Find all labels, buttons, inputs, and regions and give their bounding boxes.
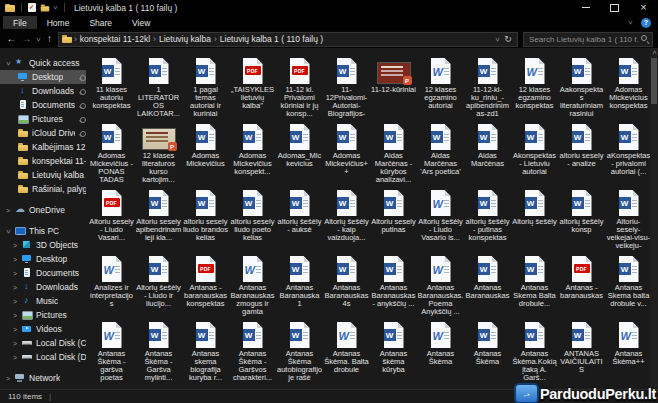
file-item[interactable]: Altoriu sesely - Liudo Vasari...: [88, 186, 135, 252]
breadcrumb-segment[interactable]: Lietuvių kalba 1 ( 110 failų ): [217, 34, 326, 44]
file-item[interactable]: „TAISYKLĖS lietuvių kalba": [229, 54, 276, 120]
qat-new-folder-icon[interactable]: [41, 3, 50, 12]
file-item[interactable]: ANTANAS VAIČIULAITIS: [558, 318, 605, 384]
chevron-expanded-icon[interactable]: [5, 228, 12, 234]
file-item[interactable]: altoriu sesely liudo brandos kelias: [182, 186, 229, 252]
qat-properties-icon[interactable]: [28, 3, 36, 12]
file-item[interactable]: Antanas Škėma: [464, 318, 511, 384]
scrollbar[interactable]: [650, 48, 658, 390]
tab-view[interactable]: View: [122, 16, 160, 29]
sidebar-item-videos[interactable]: Videos: [0, 322, 86, 336]
file-item[interactable]: altorių šešėly konsp: [558, 186, 605, 252]
file-item[interactable]: Antanas Skema balta drobule v...: [605, 252, 650, 318]
sidebar-item-music[interactable]: Music: [0, 294, 86, 308]
file-item[interactable]: 11-12Privalomi-Autoriai-Biografijos-Kont…: [323, 54, 370, 120]
breadcrumb-segment[interactable]: Lietuvių kalba: [156, 34, 214, 44]
file-item[interactable]: Aidas Marčėnas: [464, 120, 511, 186]
up-icon[interactable]: [43, 34, 56, 44]
file-item[interactable]: Antanas Škėma. Balta drobule: [323, 318, 370, 384]
forward-icon[interactable]: [20, 34, 33, 44]
address-dropdown-icon[interactable]: [494, 36, 501, 42]
close-button[interactable]: [629, 0, 658, 15]
sidebar-item-local-disk-d[interactable]: Local Disk (D:): [0, 350, 86, 364]
chevron-collapsed-icon[interactable]: [12, 312, 18, 319]
chevron-collapsed-icon[interactable]: [12, 284, 18, 291]
file-item[interactable]: Adomas_Mickevicius: [276, 120, 323, 186]
sidebar-item-3d-objects[interactable]: 3D Objects: [0, 238, 86, 252]
file-item[interactable]: 12 klases egzamino autoriai: [417, 54, 464, 120]
chevron-collapsed-icon[interactable]: [12, 298, 18, 305]
file-item[interactable]: Antanas škėma kūryba: [370, 318, 417, 384]
sidebar-item-konspektai-11-12kl[interactable]: konspektai 11-12kl: [0, 154, 86, 168]
sidebar-item-ra-iniai-palyginim[interactable]: Rašiniai, palyginim: [0, 182, 86, 196]
file-item[interactable]: altoriu sesely liudo poeto kelias: [229, 186, 276, 252]
sidebar-item-icloud-drive[interactable]: iCloud Drive: [0, 126, 86, 140]
sidebar-section-this-pc[interactable]: This PC: [0, 224, 86, 238]
file-item[interactable]: Aidas Marčėnas - kūrybos analizavi...: [370, 120, 417, 186]
sidebar-item-pictures[interactable]: Pictures: [0, 308, 86, 322]
file-item[interactable]: Adomas Mickevičius - PONAS TADAS: [88, 120, 135, 186]
file-item[interactable]: Antanas -baranauskas: [558, 252, 605, 318]
breadcrumb-segment[interactable]: konspektai 11-12kl: [77, 34, 153, 44]
app-icon[interactable]: [5, 3, 15, 13]
sidebar-item-kalb-jimas-12-klase[interactable]: Kalbėjimas 12 klase: [0, 140, 86, 154]
sidebar-item-downloads[interactable]: Downloads: [0, 84, 86, 98]
file-item[interactable]: Akonspektas - Lietuviu autoriai: [511, 120, 558, 186]
file-item[interactable]: Antanas Škėma - Garšva mylinti...: [135, 318, 182, 384]
chevron-collapsed-icon[interactable]: [12, 354, 18, 361]
sidebar-item-documents[interactable]: Documents: [0, 266, 86, 280]
file-item[interactable]: 1 LITERATŪROS LAIKOTAR...: [135, 54, 182, 120]
file-item[interactable]: Antanas Škėma - garšva poetas: [88, 318, 135, 384]
chevron-collapsed-icon[interactable]: [12, 270, 18, 277]
file-item[interactable]: Antanas Škėma autobiografijoje rašė: [276, 318, 323, 384]
file-item[interactable]: 11-12-kūriniai: [370, 54, 417, 120]
file-item[interactable]: Altorių šešėly - kaip vaizduoja...: [323, 186, 370, 252]
file-item[interactable]: Antanas -baranauskas konspektas: [182, 252, 229, 318]
sidebar-item-pictures[interactable]: Pictures: [0, 112, 86, 126]
file-item[interactable]: Altorių šešėly: [511, 186, 558, 252]
file-item[interactable]: Aidas Marčėnas 'Ars poetica': [417, 120, 464, 186]
file-item[interactable]: Antanas Baranauska 1: [276, 252, 323, 318]
sidebar-item-local-disk-c[interactable]: Local Disk (C:): [0, 336, 86, 350]
search-input[interactable]: [527, 34, 641, 45]
file-item[interactable]: 11-12 kl. Privalomi kūriniai ir jų konsp…: [276, 54, 323, 120]
minimize-button[interactable]: [571, 0, 600, 15]
file-item[interactable]: Antanas skema biografija kuryba r...: [182, 318, 229, 384]
file-item[interactable]: Altoriu sesely putinas: [370, 186, 417, 252]
file-item[interactable]: Analizes ir interpretacijos: [88, 252, 135, 318]
search-box[interactable]: [523, 32, 653, 47]
tab-home[interactable]: Home: [37, 16, 80, 29]
address-field[interactable]: konspektai 11-12klLietuvių kalbaLietuvių…: [58, 32, 518, 47]
sidebar-item-lietuvi-kalba-1-1[interactable]: Lietuvių kalba 1 ( 1: [0, 168, 86, 182]
file-item[interactable]: 11 klases autoriu konspektas: [88, 54, 135, 120]
sidebar-item-documents[interactable]: Documents: [0, 98, 86, 112]
file-item[interactable]: Antanas Škėma: [417, 318, 464, 384]
file-item[interactable]: Antanas Baranauskas 4s: [323, 252, 370, 318]
file-item[interactable]: Antanas Baranauskas. Poema Anykščių ...: [417, 252, 464, 318]
file-item[interactable]: Aakonspektas literaturiniam rasiniui: [558, 54, 605, 120]
file-item[interactable]: 1 pagal temas autoriai ir kuriniai: [182, 54, 229, 120]
file-item[interactable]: altoriu sesely - analize: [558, 120, 605, 186]
back-icon[interactable]: [5, 34, 18, 44]
sidebar-item-desktop[interactable]: Desktop: [0, 70, 86, 84]
file-item[interactable]: 12 klases literaturos kurso kartojim...: [135, 120, 182, 186]
chevron-collapsed-icon[interactable]: [5, 207, 11, 214]
file-item[interactable]: altorių šešėly - auksė: [276, 186, 323, 252]
file-item[interactable]: Antanas Škėma - Garšvos charakteri...: [229, 318, 276, 384]
file-item[interactable]: Antanas Škėma.Kokią įtaką A. Garš...: [511, 318, 558, 384]
maximize-button[interactable]: [600, 0, 629, 15]
file-item[interactable]: Antanas Baranauskas - anykščių ...: [370, 252, 417, 318]
file-item[interactable]: Adomas Mickevičius++: [323, 120, 370, 186]
tab-share[interactable]: Share: [79, 16, 122, 29]
chevron-collapsed-icon[interactable]: [12, 340, 18, 347]
file-item[interactable]: Antanas Baranauskas zmogus ir gamta: [229, 252, 276, 318]
tab-file[interactable]: File: [3, 16, 37, 29]
chevron-collapsed-icon[interactable]: [12, 256, 18, 263]
sidebar-section-onedrive[interactable]: OneDrive: [0, 203, 86, 217]
chevron-expanded-icon[interactable]: [5, 60, 12, 66]
sidebar-item-downloads[interactable]: Downloads: [0, 280, 86, 294]
sidebar-section-network[interactable]: Network: [0, 371, 86, 385]
chevron-collapsed-icon[interactable]: [12, 326, 18, 333]
file-item[interactable]: Altoriu sesely apibendrinamieji kla...: [135, 186, 182, 252]
recent-locations-icon[interactable]: [35, 36, 42, 42]
